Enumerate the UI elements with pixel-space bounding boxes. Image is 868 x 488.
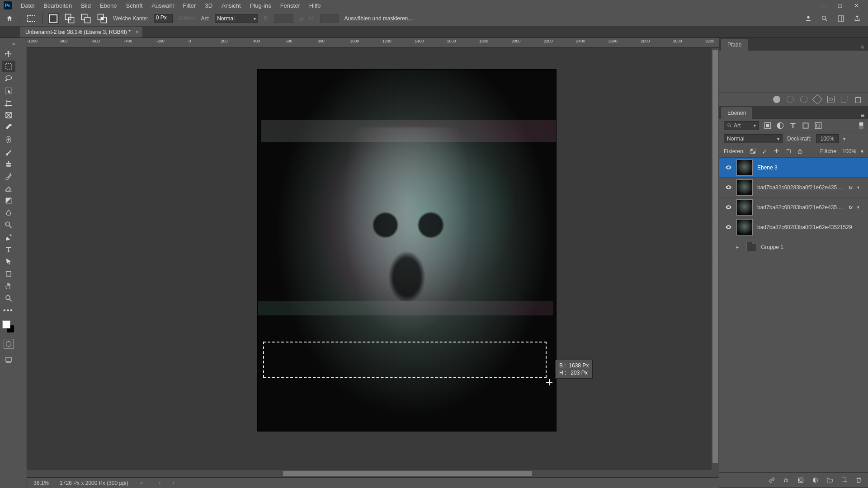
filter-type-layers-button[interactable] [789, 122, 797, 130]
layer-name[interactable]: Gruppe 1 [761, 244, 863, 250]
fill-path-button[interactable] [773, 96, 780, 103]
menu-ebene[interactable]: Ebene [95, 2, 122, 9]
zoom-tool[interactable] [2, 292, 15, 304]
filter-pixel-layers-button[interactable] [764, 122, 772, 130]
toolbox-collapse-handle[interactable]: « [12, 41, 17, 46]
opacity-input[interactable]: 100% [816, 134, 839, 143]
layer-row[interactable]: bad7ba82c60283ba0f21e62e43521529 Kopie 4… [719, 178, 868, 197]
selection-intersect-button[interactable] [97, 13, 108, 24]
type-tool[interactable] [2, 244, 15, 255]
marquee-tool[interactable] [2, 61, 15, 72]
lock-artboard-nesting-button[interactable] [784, 148, 792, 155]
layer-name[interactable]: Ebene 3 [757, 164, 863, 171]
path-select-tool[interactable] [2, 256, 15, 267]
layer-row[interactable]: bad7ba82c60283ba0f21e62e43521529 Kopie 3… [719, 197, 868, 217]
canvas-horizontal-scrollbar[interactable] [27, 470, 719, 477]
layer-fx-badge[interactable]: fx [849, 205, 853, 210]
status-menu-arrow[interactable]: ＞ [139, 479, 145, 487]
layer-row[interactable]: Ebene 3 [719, 158, 868, 178]
selection-subtract-button[interactable] [80, 13, 91, 24]
eraser-tool[interactable] [2, 183, 15, 194]
feather-input[interactable]: 0 Px [154, 14, 173, 23]
window-minimize-button[interactable]: — [816, 0, 832, 11]
lock-pixels-button[interactable] [761, 148, 768, 155]
path-to-selection-button[interactable] [800, 96, 807, 103]
new-adjustment-layer-button[interactable] [811, 476, 819, 484]
filter-smart-object-button[interactable] [814, 122, 822, 130]
frame-tool[interactable] [2, 109, 15, 121]
menu-filter[interactable]: Filter [179, 2, 201, 9]
history-brush-tool[interactable] [2, 170, 15, 182]
foreground-color-swatch[interactable] [2, 320, 10, 328]
quick-mask-toggle[interactable] [4, 339, 14, 349]
menu-ansicht[interactable]: Ansicht [217, 2, 245, 9]
layer-name[interactable]: bad7ba82c60283ba0f21e62e43521529 Kopie 4 [757, 184, 844, 191]
paths-panel-tab[interactable]: Pfade [721, 39, 748, 51]
style-dropdown[interactable]: Normal▾ [215, 14, 258, 23]
blend-mode-dropdown[interactable]: Normal▾ [724, 134, 783, 143]
selection-to-path-button[interactable] [812, 94, 823, 104]
menu-bearbeiten[interactable]: Bearbeiten [39, 2, 76, 9]
menu-hilfe[interactable]: Hilfe [305, 2, 326, 9]
dodge-tool[interactable] [2, 219, 15, 231]
lock-all-button[interactable] [796, 148, 803, 155]
vertical-ruler[interactable] [17, 38, 27, 488]
layers-panel-tab[interactable]: Ebenen [721, 107, 752, 119]
layer-fx-badge[interactable]: fx [849, 185, 853, 190]
clone-stamp-tool[interactable] [2, 158, 15, 170]
workspace-switcher-button[interactable] [836, 14, 845, 23]
tool-preset-picker[interactable] [26, 13, 37, 24]
delete-path-button[interactable] [854, 96, 862, 103]
layer-row[interactable]: ▸Gruppe 1 [719, 237, 868, 257]
hand-tool[interactable] [2, 280, 15, 292]
layer-visibility-toggle[interactable] [725, 164, 732, 171]
paths-panel-menu-button[interactable]: ≡ [857, 43, 868, 51]
delete-layer-button[interactable] [854, 476, 863, 484]
share-button[interactable] [853, 14, 862, 23]
screen-mode-button[interactable] [2, 354, 15, 366]
status-doc-info[interactable]: 1726 Px x 2000 Px (300 ppi) [60, 480, 128, 486]
menu-schrift[interactable]: Schrift [122, 2, 147, 9]
eyedropper-tool[interactable] [2, 122, 15, 133]
document-tab[interactable]: Unbenannt-2 bei 38,1% (Ebene 3, RGB/8) *… [20, 27, 142, 38]
window-close-button[interactable]: ✕ [848, 0, 864, 11]
menu-plugins[interactable]: Plug-ins [245, 2, 276, 9]
status-nav-left[interactable]: ‹ [159, 480, 161, 486]
layer-name[interactable]: bad7ba82c60283ba0f21e62e43521529 [757, 224, 863, 230]
opacity-slider-handle[interactable]: ▾ [843, 136, 845, 141]
add-mask-button[interactable] [797, 476, 805, 484]
edit-toolbar-button[interactable]: ••• [2, 305, 15, 316]
layer-fx-expand[interactable]: ▾ [857, 185, 863, 190]
move-tool[interactable] [2, 48, 15, 60]
link-layers-button[interactable] [768, 476, 776, 484]
group-expand-arrow[interactable]: ▸ [736, 244, 742, 249]
selection-add-button[interactable] [64, 13, 75, 24]
home-button[interactable] [5, 14, 14, 23]
pen-tool[interactable] [2, 231, 15, 243]
lock-position-button[interactable] [773, 148, 780, 155]
shape-tool[interactable] [2, 268, 15, 280]
lasso-tool[interactable] [2, 73, 15, 84]
color-swatches[interactable] [2, 320, 15, 333]
layer-visibility-toggle[interactable] [725, 204, 732, 211]
menu-bild[interactable]: Bild [76, 2, 95, 9]
layer-visibility-toggle[interactable] [725, 224, 732, 231]
layer-row[interactable]: bad7ba82c60283ba0f21e62e43521529 [719, 217, 868, 237]
new-layer-button[interactable] [840, 476, 848, 484]
cloud-docs-button[interactable] [804, 14, 813, 23]
filter-shape-layers-button[interactable] [802, 122, 810, 130]
menu-3d[interactable]: 3D [200, 2, 217, 9]
select-and-mask-button[interactable]: Auswählen und maskieren... [344, 15, 413, 22]
blur-tool[interactable] [2, 207, 15, 219]
filter-toggle-switch[interactable] [859, 122, 863, 129]
layer-style-button[interactable]: fx [782, 476, 790, 484]
layer-fx-expand[interactable]: ▾ [857, 205, 863, 210]
add-mask-from-path-button[interactable] [827, 96, 835, 103]
new-path-button[interactable] [841, 96, 848, 103]
healing-brush-tool[interactable] [2, 134, 15, 145]
layer-visibility-toggle[interactable] [725, 184, 732, 191]
status-nav-right[interactable]: › [172, 480, 175, 486]
horizontal-ruler[interactable]: -1000-800-600-400-2000200400600800100012… [27, 38, 719, 48]
layer-name[interactable]: bad7ba82c60283ba0f21e62e43521529 Kopie 3 [757, 204, 844, 211]
crop-tool[interactable] [2, 97, 15, 109]
